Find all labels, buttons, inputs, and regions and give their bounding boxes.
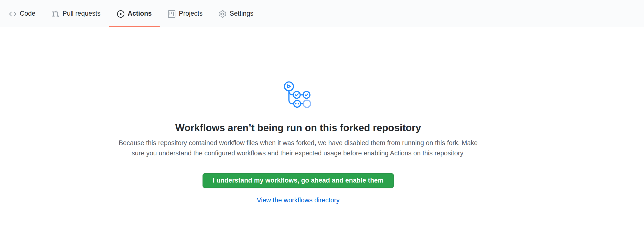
enable-workflows-button[interactable]: I understand my workflows, go ahead and … [202, 173, 394, 188]
description-line-1: Because this repository contained workfl… [84, 138, 512, 148]
repo-tab-nav: Code Pull requests Actions Projects Sett [0, 0, 644, 27]
play-circle-icon [117, 10, 124, 17]
blank-state-description: Because this repository contained workfl… [84, 138, 512, 158]
project-icon [168, 10, 176, 17]
tab-pull-requests-label: Pull requests [62, 10, 101, 17]
view-workflows-directory-link[interactable]: View the workflows directory [84, 197, 512, 204]
tab-settings-label: Settings [230, 10, 253, 17]
gear-icon [219, 10, 226, 17]
actions-workflow-icon [282, 79, 314, 110]
tab-code-label: Code [20, 10, 36, 17]
tab-projects[interactable]: Projects [160, 1, 211, 27]
tab-code[interactable]: Code [1, 1, 44, 27]
git-pull-request-icon [52, 10, 59, 17]
description-line-2: sure you understand the configured workf… [84, 148, 512, 158]
tab-actions-label: Actions [128, 10, 152, 17]
tab-pull-requests[interactable]: Pull requests [44, 1, 109, 27]
tab-settings[interactable]: Settings [211, 1, 262, 27]
actions-blank-page: Code Pull requests Actions Projects Sett [0, 0, 644, 231]
actions-blank-state: Workflows aren’t being run on this forke… [84, 27, 512, 204]
code-icon [9, 10, 16, 17]
blank-state-title: Workflows aren’t being run on this forke… [84, 122, 512, 134]
tab-projects-label: Projects [179, 10, 202, 17]
tab-actions[interactable]: Actions [109, 1, 160, 27]
